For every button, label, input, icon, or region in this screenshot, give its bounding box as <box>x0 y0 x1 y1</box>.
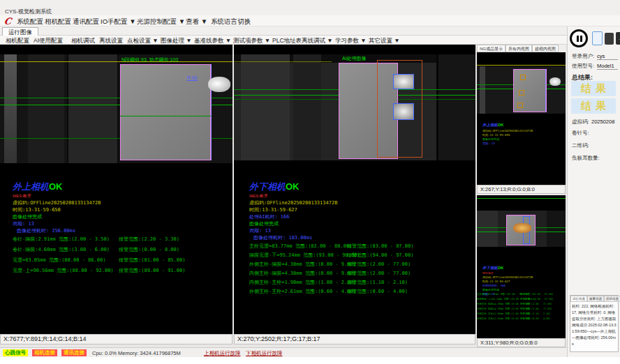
alarm-range: 报警范围:(89.00 - 91.00) <box>119 267 185 274</box>
cursor-coords-small-2: X:311;Y:980;R:0;G:0;B:0 <box>477 338 566 347</box>
measure-row: 卷针-隔膜:4.60mm 范围:(3.00 - 6.00) 报警范围:(0.00… <box>13 246 232 253</box>
measure-value: 卷针-隔膜:2.91mm 范围:(2.00 - 3.50) <box>13 236 110 242</box>
tab-strip: 运行图像 <box>0 26 620 36</box>
right-control-panel: → 登录用户: cys 使用型号: Model1 总结果: 结果 结果 虚拟码:… <box>567 26 620 357</box>
tab-detail-view[interactable]: 超细内视图 <box>532 45 559 52</box>
qr-label: 二维码: <box>572 142 589 149</box>
ai-overlay-text: AI处理图像 <box>342 55 367 62</box>
camera-view-upper[interactable]: N段阈值:93, 动态阈值:100 R:66 外上相机OK MES:断开 虚拟码… <box>0 45 232 334</box>
pause-button[interactable] <box>570 29 588 47</box>
cycle-count: 周期: 13 <box>249 227 337 234</box>
exit-button[interactable]: → <box>616 32 620 45</box>
measure-value: 外侧主栓-隔膜=4.38mm 范围:(0.00 - 9.00) <box>249 261 356 267</box>
measure-row: 卷针-隔膜:2.91mm 范围:(2.00 - 3.50) 报警范围:(2.20… <box>13 236 232 243</box>
lower-camera-error: 下相机运行故障 <box>246 350 283 357</box>
run-info-text: 耗时: 222, 网络检测耗时: 17, 网络分类耗时: 0, 网络提取分区耗时… <box>570 302 618 349</box>
alarm-range: 报警范围:(94.00 - 97.00) <box>347 252 413 259</box>
result-ok-label: OK <box>286 181 300 192</box>
heartbeat-badge: 心跳信号 <box>3 349 28 356</box>
menu-light-config[interactable]: 光源控制配置 ▼ <box>137 17 185 26</box>
user-login-button[interactable] <box>592 31 603 45</box>
result-block-lower: 外下相机OK MES:断开 虚拟码:OFFline202502081331347… <box>249 180 337 241</box>
tab-all-views[interactable]: 所有内视图 <box>505 45 532 52</box>
camera-name-label: 外下相机 <box>482 266 498 270</box>
small-result-1: 外上相机OK 虚拟码:OFFline2025020813313472B 时间:1… <box>482 116 533 146</box>
mes-status: MES:断开 <box>13 193 101 199</box>
capture-time: 时间:13-31-59-650 <box>13 206 101 213</box>
process-elapsed: 图像处理耗时: 183.00ms <box>253 234 337 241</box>
needle-label: 卷针号: <box>572 130 589 137</box>
cpu-memory-text: Cpu: 0.0% Memory: 3424.41796875M <box>92 350 181 356</box>
tab-stop-info[interactable]: 停机信息 <box>604 296 620 302</box>
alarm-range: 报警范围:(94.00 - 97.00) <box>520 298 554 301</box>
exit-icon: → <box>618 34 620 42</box>
process-status: 图像处理完成 <box>13 213 101 220</box>
measure-value: 主栓宽度=83.77mm 范围:(82.00 - 88.00) <box>249 243 352 249</box>
menu-camera-config[interactable]: 相机配置 <box>45 17 71 26</box>
cursor-coords-small-1: X:267;Y:13;R:0;G:0;B:0 <box>477 185 566 194</box>
user-switch-button[interactable] <box>605 33 614 45</box>
measure-value: 隔膜宽度-下=95.24mm 范围:(93.00 - 98.00) <box>249 252 360 258</box>
measure-row: 内侧主栓-隔膜=4.38mm 范围:(0.00 - 9.00) 报警范围:(2.… <box>249 270 473 277</box>
camera-name-label: 外下相机 <box>249 181 286 192</box>
ai-elapsed: 处理AI耗时: 166 <box>249 213 337 220</box>
menu-bar: C 系统配置 相机配置 通讯配置 IO手配置 ▼ 光源控制配置 ▼ 查看 ▼ 系… <box>0 15 620 26</box>
model-value[interactable]: Model1 <box>597 63 618 70</box>
status-bar: 心跳信号 相机连接 通讯连接 Cpu: 0.0% Memory: 3424.41… <box>0 347 567 357</box>
measure-row: 宽度-上=90.56mm 范围:(88.00 - 92.00) 报警范围:(89… <box>13 267 232 274</box>
alarm-range: 报警范围:(2.00 - 77.00) <box>520 308 552 310</box>
alarm-range: 报警范围:(83.00 - 87.00) <box>520 293 554 296</box>
camera-name-label: 外上相机 <box>482 123 498 127</box>
cursor-coords-upper: X:7677;Y:891;R:14;G:14;B:14 <box>0 334 232 344</box>
small-image-2 <box>477 211 566 247</box>
small-image-1 <box>477 66 566 114</box>
alarm-range: 报警范围:(0.00 - 8.00) <box>119 246 179 253</box>
alarm-range: 报警范围:(1.10 - 2.10) <box>347 279 408 286</box>
menu-language-switch[interactable]: 系统语言切换 <box>211 17 251 26</box>
threshold-overlay-text: N段阈值:93, 动态阈值:100 <box>121 56 178 63</box>
tab-run-image[interactable]: 运行图像 <box>2 27 38 36</box>
measure-value: 宽度-上=90.56mm 范围:(88.00 - 92.00) <box>13 268 114 273</box>
tab-effect-info[interactable]: 效果信息 <box>587 296 604 302</box>
small-camera-view-1[interactable]: 外上相机OK 虚拟码:OFFline2025020813313472B 时间:1… <box>477 52 566 185</box>
toolbar: 相机配置 AI使用配置 相机调试 离线设置 点检设置 ▼ 图像处理 ▼ 基准线参… <box>0 36 620 45</box>
measure-row: 内侧主栓-主栓=1.90mm 范围:(1.00 - 2.20) 报警范围:(1.… <box>249 279 473 286</box>
anode-count-label: 负极耳数量: <box>572 155 600 162</box>
measure-value: 内侧主栓-主栓=1.90mm 范围:(1.00 - 2.20) <box>249 280 356 285</box>
alarm-range: 报警范围:(0.60 - 4.00) <box>520 317 551 320</box>
alarm-range: 报警范围:(2.00 - 77.00) <box>347 270 411 277</box>
app-window: CYS-视觉检测系统 C 系统配置 相机配置 通讯配置 IO手配置 ▼ 光源控制… <box>0 0 620 364</box>
measure-value: 外侧主栓-主栓=2.61mm 范围:(0.60 - 4.00) <box>249 289 356 294</box>
info-tabstrip: 运行信息 效果信息 停机信息 <box>570 296 618 302</box>
measure-value: 内侧主栓-隔膜=4.38mm 范围:(0.00 - 9.00) <box>249 271 356 276</box>
measure-row: 外侧主栓-主栓=2.61mm 范围:(0.60 - 4.00) 报警范围:(0.… <box>249 288 473 295</box>
login-user-value[interactable]: cys <box>597 53 618 60</box>
login-user-label: 登录用户: <box>572 53 594 60</box>
cycle-count: 周期: 13 <box>482 142 533 146</box>
virtual-code: 虚拟码:OFFline2025020813313472B <box>249 199 337 206</box>
mes-status: MES:断开 <box>249 193 337 199</box>
result-ok-label: OK <box>498 266 503 270</box>
window-title: CYS-视觉检测系统 <box>5 8 52 15</box>
weld-spot-overlay <box>393 103 414 120</box>
camera-view-lower[interactable]: AI处理图像 外下相机OK MES:断开 虚拟码:OFFline20250208… <box>234 45 475 334</box>
tab-ng-display[interactable]: NG成品显示 <box>477 45 505 52</box>
measure-row: 宽度=83.05mm 范围:(80.00 - 86.00) 报警范围:(81.0… <box>13 257 232 264</box>
result-badge-lower: 结果 <box>571 98 616 114</box>
alarm-range: 报警范围:(83.00 - 87.00) <box>347 243 413 250</box>
tab-run-info[interactable]: 运行信息 <box>570 296 587 302</box>
small-result-2: 外下相机OK MES:断开 虚拟码:OFFline202502081331347… <box>482 259 533 296</box>
camera-image-upper: N段阈值:93, 动态阈值:100 R:66 <box>0 54 232 163</box>
menu-comm-config[interactable]: 通讯配置 <box>73 17 99 26</box>
menu-system-config[interactable]: 系统配置 <box>17 17 43 26</box>
measure-value: 卷针-隔膜:4.60mm 范围:(3.00 - 6.00) <box>13 247 110 252</box>
menu-io-config[interactable]: IO手配置 ▼ <box>101 17 136 26</box>
small-camera-view-2[interactable]: 外下相机OK MES:断开 虚拟码:OFFline202502081331347… <box>477 195 566 338</box>
menu-view[interactable]: 查看 ▼ <box>186 17 207 26</box>
alarm-range: 报警范围:(1.10 - 2.10) <box>520 312 551 315</box>
measure-row: 外侧主栓-隔膜=4.38mm 范围:(0.00 - 9.00) 报警范围:(2.… <box>249 261 473 268</box>
model-label: 使用型号: <box>572 63 594 70</box>
capture-time: 时间:13-31-59-627 <box>249 206 337 213</box>
alarm-range: 报警范围:(0.60 - 4.00) <box>347 288 408 295</box>
gripper-blob <box>208 77 230 92</box>
